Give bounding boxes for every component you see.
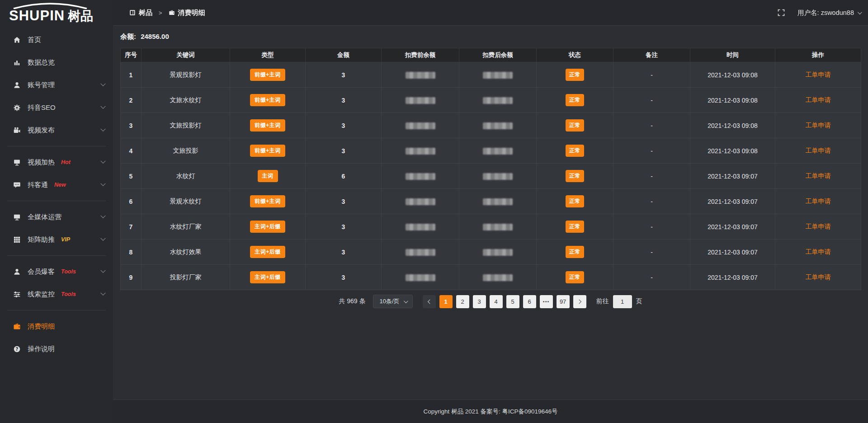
work-order-link[interactable]: 工单申请 bbox=[806, 273, 831, 281]
more-pages-button[interactable]: ••• bbox=[540, 295, 553, 308]
work-order-link[interactable]: 工单申请 bbox=[806, 248, 831, 255]
chevron-down-icon bbox=[100, 236, 105, 241]
sidebar-item-video-heat[interactable]: 视频加热 Hot bbox=[0, 151, 113, 174]
sidebar-item-douketong[interactable]: 抖客通 New bbox=[0, 174, 113, 196]
breadcrumb-root[interactable]: 树品 bbox=[139, 9, 152, 17]
chevron-left-icon bbox=[428, 299, 432, 304]
cell-balance-after bbox=[459, 214, 537, 240]
status-badge: 正常 bbox=[566, 271, 584, 283]
consumption-table: 序号 关键词 类型 金额 扣费前余额 扣费后余额 状态 备注 时间 操作 1景观… bbox=[120, 48, 861, 290]
user-menu[interactable]: 用户名: zswodun88 bbox=[797, 9, 861, 17]
cell-status: 正常 bbox=[537, 164, 613, 189]
sidebar-divider bbox=[7, 255, 106, 256]
work-order-link[interactable]: 工单申请 bbox=[806, 197, 831, 205]
status-badge: 正常 bbox=[566, 170, 584, 182]
cell-action: 工单申请 bbox=[775, 88, 861, 113]
sidebar-item-label: 消费明细 bbox=[28, 322, 55, 331]
table-row: 6景观水纹灯前缀+主词3正常-2021-12-03 09:07工单申请 bbox=[121, 189, 861, 214]
sidebar-item-all-media[interactable]: 全媒体运营 bbox=[0, 206, 113, 228]
cell-time: 2021-12-03 09:08 bbox=[690, 88, 775, 113]
chevron-down-icon bbox=[100, 291, 105, 296]
sidebar-item-account[interactable]: 账号管理 bbox=[0, 74, 113, 96]
prev-page-button[interactable] bbox=[423, 295, 436, 308]
work-order-link[interactable]: 工单申请 bbox=[806, 71, 831, 78]
cell-remark: - bbox=[613, 113, 690, 138]
work-order-link[interactable]: 工单申请 bbox=[806, 96, 831, 103]
cell-status: 正常 bbox=[537, 265, 613, 290]
page-button-3[interactable]: 3 bbox=[473, 295, 486, 308]
table-row: 4文旅投影前缀+主词3正常-2021-12-03 09:08工单申请 bbox=[121, 138, 861, 164]
monitor-icon bbox=[13, 213, 21, 221]
work-order-link[interactable]: 工单申请 bbox=[806, 122, 831, 129]
sidebar-item-label: 首页 bbox=[28, 36, 41, 44]
sidebar-item-matrix-boost[interactable]: 矩阵助推 VIP bbox=[0, 228, 113, 251]
sidebar-item-label: 数据总览 bbox=[28, 58, 55, 67]
pagination-total: 共 969 条 bbox=[339, 297, 365, 306]
page-button-5[interactable]: 5 bbox=[506, 295, 519, 308]
page-size-value: 10条/页 bbox=[380, 297, 400, 306]
status-badge: 正常 bbox=[566, 69, 584, 81]
cell-balance-before bbox=[382, 240, 459, 265]
goto-page-input[interactable]: 1 bbox=[613, 295, 632, 308]
page-button-1[interactable]: 1 bbox=[439, 295, 453, 308]
sidebar-item-instructions[interactable]: ? 操作说明 bbox=[0, 338, 113, 360]
sidebar-item-label: 会员爆客 bbox=[28, 268, 55, 276]
col-header-status: 状态 bbox=[537, 48, 613, 62]
sidebar-item-video-publish[interactable]: 视频发布 bbox=[0, 119, 113, 141]
new-badge: New bbox=[54, 182, 66, 188]
sidebar-item-home[interactable]: 首页 bbox=[0, 28, 113, 51]
sidebar-item-member-burst[interactable]: 会员爆客 Tools bbox=[0, 260, 113, 283]
sidebar-item-label: 视频加热 bbox=[28, 158, 55, 167]
fullscreen-icon[interactable] bbox=[778, 9, 785, 16]
type-badge: 主词 bbox=[258, 170, 278, 182]
work-order-link[interactable]: 工单申请 bbox=[806, 223, 831, 230]
cell-status: 正常 bbox=[537, 189, 613, 214]
cell-keyword: 文旅投影灯 bbox=[142, 113, 230, 138]
cell-amount: 3 bbox=[306, 265, 382, 290]
cell-keyword: 文旅投影 bbox=[142, 138, 230, 164]
cell-action: 工单申请 bbox=[775, 113, 861, 138]
next-page-button[interactable] bbox=[573, 295, 586, 308]
page-size-select[interactable]: 10条/页 bbox=[373, 295, 413, 308]
cell-amount: 3 bbox=[306, 189, 382, 214]
cell-keyword: 投影灯厂家 bbox=[142, 265, 230, 290]
cell-remark: - bbox=[613, 62, 690, 88]
status-badge: 正常 bbox=[566, 94, 584, 106]
sidebar-item-consumption-detail[interactable]: 消费明细 bbox=[0, 315, 113, 338]
cell-keyword: 景观水纹灯 bbox=[142, 189, 230, 214]
col-header-balance-before: 扣费前余额 bbox=[382, 48, 459, 62]
work-order-link[interactable]: 工单申请 bbox=[806, 147, 831, 154]
sidebar-item-lead-monitor[interactable]: 线索监控 Tools bbox=[0, 283, 113, 306]
page-button-6[interactable]: 6 bbox=[523, 295, 536, 308]
page-button-2[interactable]: 2 bbox=[456, 295, 469, 308]
page-button-4[interactable]: 4 bbox=[490, 295, 503, 308]
cell-status: 正常 bbox=[537, 88, 613, 113]
gear-icon bbox=[13, 103, 21, 112]
work-order-link[interactable]: 工单申请 bbox=[806, 172, 831, 179]
cell-balance-before bbox=[382, 214, 459, 240]
cell-balance-after bbox=[459, 138, 537, 164]
sidebar-item-data-overview[interactable]: 数据总览 bbox=[0, 51, 113, 74]
chevron-down-icon bbox=[404, 299, 408, 303]
balance-label: 余额: bbox=[120, 33, 136, 40]
masked-value bbox=[483, 173, 513, 180]
table-row: 3文旅投影灯前缀+主词3正常-2021-12-03 09:08工单申请 bbox=[121, 113, 861, 138]
chevron-down-icon bbox=[100, 104, 105, 109]
logo-text-cn: 树品 bbox=[68, 10, 93, 23]
status-badge: 正常 bbox=[566, 246, 584, 258]
cell-no: 2 bbox=[121, 88, 142, 113]
cell-status: 正常 bbox=[537, 62, 613, 88]
wallet-icon bbox=[13, 322, 21, 330]
cell-type: 主词+后缀 bbox=[230, 240, 306, 265]
type-badge: 前缀+主词 bbox=[250, 119, 285, 132]
page-button-97[interactable]: 97 bbox=[557, 295, 570, 308]
sidebar-item-douyin-seo[interactable]: 抖音SEO bbox=[0, 96, 113, 119]
cell-no: 9 bbox=[121, 265, 142, 290]
cell-time: 2021-12-03 09:07 bbox=[690, 265, 775, 290]
sidebar-item-label: 抖音SEO bbox=[28, 103, 56, 112]
copyright-text: Copyright 树品 2021 备案号: 粤ICP备09019646号 bbox=[423, 408, 557, 416]
cell-no: 8 bbox=[121, 240, 142, 265]
type-badge: 主词+后缀 bbox=[250, 221, 285, 233]
cell-amount: 3 bbox=[306, 214, 382, 240]
chat-icon bbox=[13, 181, 21, 189]
